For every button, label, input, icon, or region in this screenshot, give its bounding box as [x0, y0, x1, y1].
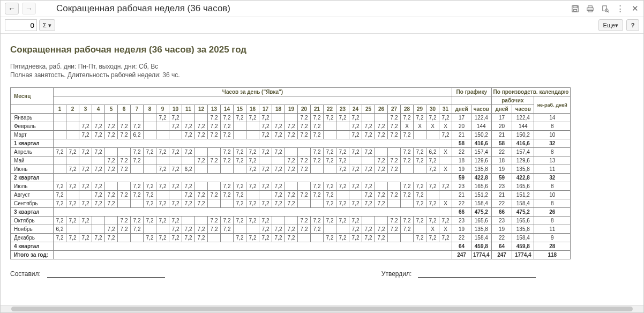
page-number-input[interactable]: [5, 19, 37, 31]
menu-dots-icon[interactable]: ⋮: [616, 4, 624, 13]
made-by-label: Составил:: [10, 270, 41, 278]
table-row: Октябрь7,27,27,27,27,27,27,27,27,27,27,2…: [11, 217, 571, 225]
svg-rect-2: [573, 9, 576, 11]
table-row: Июль7,27,27,27,27,27,27,27,27,27,27,27,2…: [11, 182, 571, 191]
table-row: Январь7,27,27,27,27,27,27,27,27,27,27,27…: [11, 114, 571, 122]
table-row: Март7,27,27,27,26,27,27,27,27,27,27,27,2…: [11, 131, 571, 139]
svg-rect-6: [602, 5, 606, 10]
forward-button[interactable]: →: [22, 3, 36, 14]
svg-rect-3: [588, 5, 592, 8]
save-icon[interactable]: [571, 4, 579, 13]
approved-by-label: Утвердил:: [381, 270, 411, 278]
employment-line: Полная занятость. Длительность рабочей н…: [10, 71, 634, 79]
svg-line-8: [608, 11, 609, 12]
table-row: Май7,27,27,27,27,27,27,27,27,27,27,27,27…: [11, 156, 571, 165]
table-row: 1 квартал58416,658416,632: [11, 139, 571, 148]
window-title: Сокращенная рабочая неделя (36 часов): [56, 3, 567, 14]
more-button[interactable]: Еще ▾: [598, 19, 623, 31]
table-row: Август7,27,27,27,27,27,27,27,27,27,27,27…: [11, 191, 571, 199]
report-title: Сокращенная рабочая неделя (36 часов) за…: [10, 44, 634, 55]
help-button[interactable]: ?: [626, 19, 639, 31]
table-row: Декабрь7,27,27,27,27,27,27,27,27,27,27,2…: [11, 234, 571, 242]
table-row: 3 квартал66475,266475,226: [11, 208, 571, 217]
table-row: Ноябрь6,27,27,27,27,27,27,27,27,27,27,27…: [11, 225, 571, 234]
close-icon[interactable]: ✕: [631, 4, 639, 13]
table-row: 4 квартал64459,864459,828: [11, 242, 571, 251]
sigma-button[interactable]: Σ ▾: [39, 19, 55, 31]
table-row: Июнь7,27,27,27,27,27,27,26,27,27,27,27,2…: [11, 165, 571, 174]
table-row: Апрель7,27,27,27,27,27,27,27,27,27,27,27…: [11, 148, 571, 156]
calendar-table: МесяцЧасов за день ("Явка")По графикуПо …: [10, 87, 571, 259]
approved-by-line: [418, 270, 536, 278]
horizontal-scrollbar[interactable]: [1, 305, 643, 312]
table-row: Февраль7,27,27,27,27,27,27,27,27,27,27,2…: [11, 122, 571, 131]
table-row: 2 квартал59422,859422,832: [11, 174, 571, 182]
made-by-line: [47, 270, 165, 278]
table-row: Итого за год:2471774,42471774,4118: [11, 251, 571, 259]
report-content: Сокращенная рабочая неделя (36 часов) за…: [1, 34, 643, 305]
back-button[interactable]: ←: [5, 3, 19, 14]
print-icon[interactable]: [586, 4, 594, 13]
preview-icon[interactable]: [601, 4, 609, 13]
schedule-line: Пятидневка, раб. дни: Пн-Пт, выходн. дни…: [10, 63, 634, 70]
table-row: Сентябрь7,27,27,27,27,27,27,27,27,27,27,…: [11, 199, 571, 208]
